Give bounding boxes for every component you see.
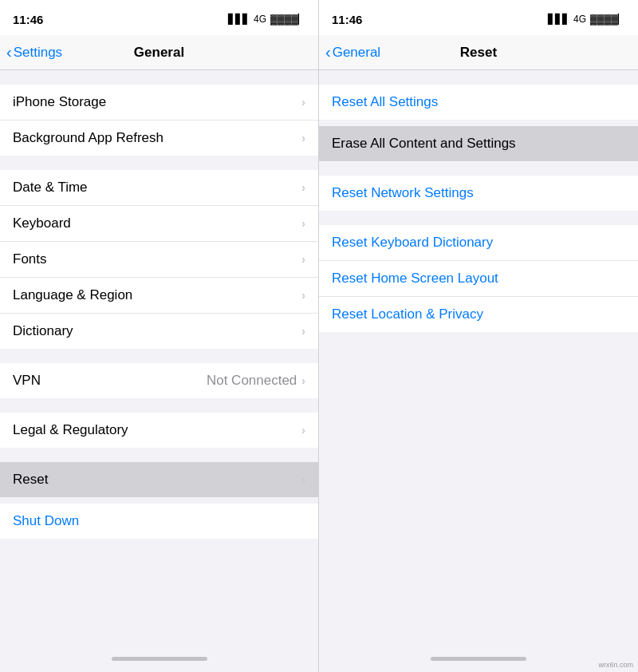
item-right-bg-refresh: ›	[301, 132, 305, 144]
section-erase-all: Erase All Content and Settings	[319, 126, 638, 161]
time-left: 11:46	[13, 13, 43, 26]
page-title-left: General	[134, 45, 184, 61]
chevron-fonts: ›	[301, 253, 305, 266]
network-left: 4G	[254, 14, 266, 25]
list-item-dictionary[interactable]: Dictionary ›	[0, 314, 318, 349]
list-item-legal[interactable]: Legal & Regulatory ›	[0, 413, 318, 448]
item-label-keyboard: Keyboard	[13, 215, 71, 231]
status-bar-left: 11:46 ▋▋▋ 4G ▓▓▓▓▏	[0, 0, 318, 35]
spacer-3	[0, 349, 318, 363]
section-reset-misc: Reset Keyboard Dictionary Reset Home Scr…	[319, 225, 638, 332]
list-item-reset[interactable]: Reset ›	[0, 462, 318, 497]
item-label-bg-refresh: Background App Refresh	[13, 130, 163, 146]
back-label-left[interactable]: Settings	[14, 45, 62, 61]
spacer-r3	[319, 161, 638, 176]
item-value-vpn: Not Connected	[207, 373, 297, 389]
status-icons-right: ▋▋▋ 4G ▓▓▓▓▏	[548, 14, 625, 25]
chevron-legal: ›	[301, 424, 305, 437]
chevron-dictionary: ›	[301, 325, 305, 338]
home-indicator-right	[431, 657, 526, 661]
home-indicator-left	[112, 657, 207, 661]
section-reset-network: Reset Network Settings	[319, 176, 638, 211]
item-right-vpn: Not Connected ›	[207, 373, 305, 389]
chevron-iphone-storage: ›	[301, 96, 305, 109]
status-bar-right: 11:46 ▋▋▋ 4G ▓▓▓▓▏	[319, 0, 638, 35]
item-label-fonts: Fonts	[13, 251, 47, 267]
item-label-reset-network: Reset Network Settings	[332, 185, 474, 201]
list-item-shutdown[interactable]: Shut Down	[0, 504, 318, 539]
back-chevron-left: ‹	[6, 43, 12, 61]
nav-bar-right: ‹ General Reset	[319, 35, 638, 70]
item-label-iphone-storage: iPhone Storage	[13, 94, 106, 110]
watermark: wrx6n.com	[598, 661, 633, 669]
item-right-iphone-storage: ›	[301, 96, 305, 109]
spacer-1	[0, 70, 318, 85]
section-legal: Legal & Regulatory ›	[0, 413, 318, 448]
network-right: 4G	[573, 14, 586, 25]
time-right: 11:46	[332, 13, 362, 26]
signal-icon-right: ▋▋▋	[548, 14, 569, 25]
status-icons-left: ▋▋▋ 4G ▓▓▓▓▏	[228, 14, 305, 25]
section-datetime: Date & Time › Keyboard › Fonts › Languag…	[0, 170, 318, 349]
spacer-4	[0, 398, 318, 413]
list-item-fonts[interactable]: Fonts ›	[0, 242, 318, 278]
list-item-reset-homescreen[interactable]: Reset Home Screen Layout	[319, 261, 638, 297]
item-label-dictionary: Dictionary	[13, 323, 73, 339]
list-item-vpn[interactable]: VPN Not Connected ›	[0, 363, 318, 398]
chevron-keyboard: ›	[301, 217, 305, 230]
item-label-reset-keyboard: Reset Keyboard Dictionary	[332, 235, 493, 251]
spacer-r2	[319, 120, 638, 126]
chevron-datetime: ›	[301, 181, 305, 194]
spacer-r4	[319, 211, 638, 225]
item-label-legal: Legal & Regulatory	[13, 422, 128, 438]
battery-icon-right: ▓▓▓▓▏	[590, 14, 625, 25]
list-item-reset-keyboard[interactable]: Reset Keyboard Dictionary	[319, 225, 638, 261]
item-label-language: Language & Region	[13, 287, 132, 303]
section-shutdown: Shut Down	[0, 504, 318, 539]
nav-bar-left: ‹ Settings General	[0, 35, 318, 70]
back-chevron-right: ‹	[325, 43, 331, 61]
chevron-vpn: ›	[301, 374, 305, 387]
list-item-datetime[interactable]: Date & Time ›	[0, 170, 318, 206]
list-item-reset-network[interactable]: Reset Network Settings	[319, 176, 638, 211]
list-item-keyboard[interactable]: Keyboard ›	[0, 206, 318, 242]
spacer-r1	[319, 70, 638, 85]
section-storage: iPhone Storage › Background App Refresh …	[0, 85, 318, 156]
back-button-right[interactable]: ‹ General	[325, 43, 380, 61]
item-label-vpn: VPN	[13, 373, 41, 389]
left-panel: 11:46 ▋▋▋ 4G ▓▓▓▓▏ ‹ Settings General iP…	[0, 0, 319, 672]
spacer-6	[0, 497, 318, 504]
list-item-erase-all[interactable]: Erase All Content and Settings	[319, 126, 638, 161]
list-item-reset-location[interactable]: Reset Location & Privacy	[319, 297, 638, 332]
back-label-right[interactable]: General	[333, 45, 380, 61]
item-label-reset-homescreen: Reset Home Screen Layout	[332, 271, 498, 287]
list-item-language[interactable]: Language & Region ›	[0, 278, 318, 314]
spacer-2	[0, 156, 318, 170]
item-label-shutdown: Shut Down	[13, 513, 79, 529]
battery-icon-left: ▓▓▓▓▏	[270, 14, 305, 25]
item-label-reset: Reset	[13, 472, 48, 488]
page-title-right: Reset	[460, 45, 497, 61]
item-label-reset-location: Reset Location & Privacy	[332, 306, 483, 322]
home-indicator-container-right	[319, 332, 638, 672]
chevron-reset: ›	[301, 473, 305, 486]
right-panel: 11:46 ▋▋▋ 4G ▓▓▓▓▏ ‹ General Reset Reset…	[319, 0, 638, 672]
section-reset: Reset ›	[0, 462, 318, 497]
section-vpn: VPN Not Connected ›	[0, 363, 318, 398]
list-item-reset-all-settings[interactable]: Reset All Settings	[319, 85, 638, 120]
signal-icon-left: ▋▋▋	[228, 14, 250, 25]
chevron-bg-refresh: ›	[301, 132, 305, 144]
spacer-5	[0, 448, 318, 462]
back-button-left[interactable]: ‹ Settings	[6, 43, 62, 61]
list-item-iphone-storage[interactable]: iPhone Storage ›	[0, 85, 318, 121]
home-indicator-container-left	[0, 539, 318, 672]
item-label-datetime: Date & Time	[13, 180, 88, 196]
section-reset-all-settings: Reset All Settings	[319, 85, 638, 120]
chevron-language: ›	[301, 289, 305, 302]
list-item-bg-refresh[interactable]: Background App Refresh ›	[0, 121, 318, 156]
item-label-reset-all-settings: Reset All Settings	[332, 94, 438, 110]
item-label-erase-all: Erase All Content and Settings	[332, 136, 516, 152]
